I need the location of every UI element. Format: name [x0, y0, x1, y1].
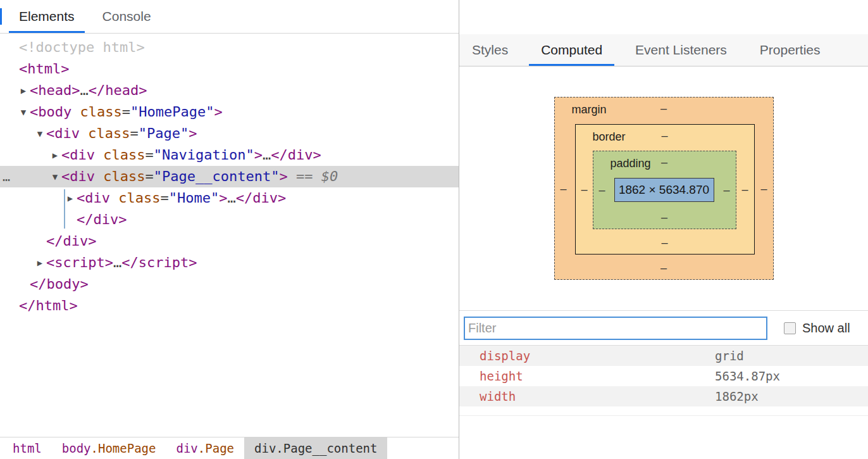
- node-overflow-dots-icon[interactable]: …: [3, 166, 10, 187]
- crumb-tag: html: [13, 441, 42, 455]
- dom-tree-node[interactable]: ▼<body class="HomePage">: [0, 101, 459, 123]
- dom-tree-node[interactable]: ▶<div class="Home">…</div>: [0, 187, 459, 209]
- syntax-attr: class: [103, 168, 145, 184]
- breadcrumb: htmlbody.HomePagediv.Pagediv.Page__conte…: [0, 437, 459, 459]
- syntax-tag: >: [214, 104, 222, 120]
- margin-top-value[interactable]: –: [660, 102, 667, 115]
- crumb-cls: .HomePage: [91, 441, 156, 455]
- dom-tree-node[interactable]: <!doctype html>: [0, 37, 459, 58]
- content-size-value: 1862 × 5634.870: [619, 183, 709, 197]
- box-model-margin[interactable]: margin – – – – border – – – – padding – …: [554, 97, 774, 280]
- padding-label: padding: [611, 157, 651, 170]
- breadcrumb-item[interactable]: body.HomePage: [52, 437, 166, 459]
- collapse-arrow-icon[interactable]: ▼: [50, 166, 60, 187]
- expand-arrow-icon[interactable]: ▶: [65, 187, 75, 209]
- breadcrumb-item[interactable]: div.Page__content: [244, 437, 387, 459]
- box-model-border[interactable]: border – – – – padding – – – – 1862 × 56…: [575, 124, 755, 255]
- computed-property-row[interactable]: height5634.87px: [459, 366, 868, 386]
- syntax-val: "Page": [139, 125, 189, 141]
- dock-accent-bar: [0, 8, 2, 25]
- border-top-value[interactable]: –: [661, 129, 667, 142]
- syntax-tag: </html>: [19, 298, 78, 313]
- syntax-tag: <div: [61, 168, 103, 184]
- padding-top-value[interactable]: –: [661, 156, 667, 169]
- sidebar-top-spacer: [459, 0, 868, 34]
- syntax-tag: >: [254, 147, 263, 163]
- dom-tree-node[interactable]: ▼<div class="Page">: [0, 123, 459, 144]
- border-left-value[interactable]: –: [581, 183, 588, 196]
- syntax-tag: </div>: [271, 147, 321, 163]
- property-name: height: [459, 369, 715, 383]
- syntax-attr: class: [80, 104, 121, 120]
- crumb-tag: body: [62, 441, 91, 455]
- syntax-tag: </div>: [46, 233, 96, 249]
- filter-input[interactable]: [464, 317, 767, 340]
- syntax-tag: >: [189, 125, 197, 141]
- syntax-dots: …: [80, 82, 88, 98]
- collapse-arrow-icon[interactable]: ▼: [18, 101, 28, 123]
- computed-property-row[interactable]: displaygrid: [459, 346, 868, 366]
- property-value: 1862px: [715, 389, 759, 403]
- syntax-eq: =: [145, 168, 153, 184]
- border-label: border: [593, 130, 626, 144]
- collapse-arrow-icon[interactable]: ▼: [35, 123, 45, 144]
- dom-tree-node[interactable]: ▶<head>…</head>: [0, 80, 459, 101]
- syntax-muted: <!doctype html>: [19, 39, 145, 55]
- expand-arrow-icon[interactable]: ▶: [50, 144, 60, 166]
- dom-tree: <!doctype html><html>▶<head>…</head>▼<bo…: [0, 34, 459, 437]
- sidebar-tabbar: StylesComputedEvent ListenersProperties: [459, 34, 868, 66]
- dom-tree-node[interactable]: </html>: [0, 295, 459, 317]
- property-value: 5634.87px: [715, 369, 780, 383]
- show-all-label[interactable]: Show all: [802, 321, 850, 336]
- dom-tree-node[interactable]: </body>: [0, 274, 459, 295]
- syntax-eq: =: [160, 190, 168, 206]
- dom-tree-node[interactable]: </div>: [0, 209, 459, 230]
- tab-computed[interactable]: Computed: [529, 34, 614, 66]
- show-all-checkbox[interactable]: [784, 322, 796, 334]
- tab-properties[interactable]: Properties: [748, 34, 833, 66]
- syntax-tag: </body>: [30, 276, 89, 292]
- dom-tree-node[interactable]: </div>: [0, 230, 459, 252]
- box-model-padding[interactable]: padding – – – – 1862 × 5634.870: [593, 151, 736, 229]
- syntax-tag: <div: [77, 190, 118, 206]
- dom-tree-node[interactable]: <html>: [0, 58, 459, 80]
- syntax-tag: <script>: [46, 255, 113, 270]
- dom-tree-node[interactable]: ▶<div class="Navigation">…</div>: [0, 144, 459, 166]
- devtools-window: ElementsConsole <!doctype html><html>▶<h…: [0, 0, 868, 459]
- tab-styles[interactable]: Styles: [460, 34, 520, 66]
- tab-event-listeners[interactable]: Event Listeners: [623, 34, 739, 66]
- padding-left-value[interactable]: –: [599, 184, 605, 197]
- syntax-tag: </script>: [121, 255, 197, 270]
- padding-bottom-value[interactable]: –: [661, 211, 667, 224]
- margin-left-value[interactable]: –: [561, 182, 567, 195]
- syntax-tag: </head>: [89, 82, 147, 98]
- syntax-tag: </div>: [77, 211, 127, 227]
- elements-panel: ElementsConsole <!doctype html><html>▶<h…: [0, 0, 459, 459]
- syntax-tag: <div: [61, 147, 103, 163]
- syntax-attr: class: [118, 190, 160, 206]
- border-bottom-value[interactable]: –: [661, 236, 667, 249]
- box-model-content[interactable]: 1862 × 5634.870: [614, 178, 714, 202]
- property-value: grid: [715, 349, 744, 363]
- breadcrumb-item[interactable]: html: [3, 437, 52, 459]
- padding-right-value[interactable]: –: [723, 184, 729, 197]
- breadcrumb-item[interactable]: div.Page: [166, 437, 244, 459]
- syntax-tag: >: [279, 168, 287, 184]
- tab-elements[interactable]: Elements: [9, 0, 85, 33]
- tab-console[interactable]: Console: [92, 0, 161, 33]
- syntax-tag: <html>: [19, 61, 69, 77]
- expand-arrow-icon[interactable]: ▶: [18, 80, 28, 101]
- crumb-tag: div: [176, 441, 197, 455]
- syntax-attr: class: [88, 125, 130, 141]
- syntax-meta: == $0: [288, 168, 338, 184]
- computed-property-row[interactable]: width1862px: [459, 386, 868, 406]
- dom-tree-node[interactable]: ▶<script>…</script>: [0, 252, 459, 274]
- main-tabbar: ElementsConsole: [0, 0, 459, 34]
- expand-arrow-icon[interactable]: ▶: [35, 252, 45, 274]
- border-right-value[interactable]: –: [741, 183, 748, 196]
- syntax-dots: …: [113, 255, 121, 270]
- margin-right-value[interactable]: –: [760, 182, 767, 195]
- dom-tree-node[interactable]: ▼…<div class="Page__content"> == $0: [0, 166, 459, 187]
- margin-bottom-value[interactable]: –: [660, 261, 667, 275]
- margin-label: margin: [572, 103, 607, 116]
